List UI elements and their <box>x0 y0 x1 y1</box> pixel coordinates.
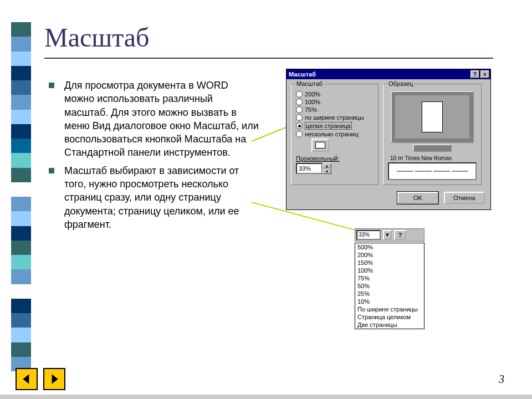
radio-100[interactable]: 100% <box>296 99 374 105</box>
zoom-option[interactable]: 10% <box>355 298 424 305</box>
radio-75[interactable]: 75% <box>296 106 374 113</box>
zoom-option[interactable]: 25% <box>355 290 424 298</box>
svg-marker-0 <box>23 374 29 384</box>
zoom-option[interactable]: 500% <box>355 243 424 251</box>
arrow-right-icon <box>48 373 60 385</box>
sample-font-label: 10 пт Times New Roman <box>390 155 477 161</box>
ok-button[interactable]: OK <box>397 192 438 204</box>
bullet-list: Для просмотра документа в WORD можно исп… <box>49 79 259 236</box>
radio-200[interactable]: 200% <box>296 91 374 98</box>
preview-monitor <box>391 91 474 152</box>
radio-multi-pages[interactable]: несколько страниц: <box>296 131 374 137</box>
spin-up-button[interactable]: ▲ <box>323 163 331 168</box>
zoom-dropdown: 33% ▼ ? 500%200%150%100%75%50%25%10%По ш… <box>355 228 424 329</box>
zoom-option[interactable]: 150% <box>355 259 424 267</box>
radio-page-width[interactable]: по ширине страницы <box>296 114 374 121</box>
svg-marker-1 <box>52 374 58 384</box>
spin-down-button[interactable]: ▼ <box>323 168 331 174</box>
zoom-option[interactable]: Страница целиком <box>355 313 424 321</box>
page-number: 3 <box>499 373 504 386</box>
zoom-field[interactable]: 33% <box>356 230 381 240</box>
zoom-option[interactable]: 200% <box>355 251 424 259</box>
zoom-dropdown-button[interactable]: ▼ <box>383 230 392 240</box>
sample-group: Образец 10 пт Times New Roman <box>383 84 482 185</box>
cancel-button[interactable]: Отмена <box>444 192 485 204</box>
group-title: Масштаб <box>295 80 324 87</box>
bullet-item: Масштаб выбирают в зависимости от того, … <box>49 164 259 231</box>
help-icon[interactable]: ? <box>394 230 406 240</box>
next-slide-button[interactable] <box>43 368 65 390</box>
help-button[interactable]: ? <box>470 70 479 78</box>
bullet-item: Для просмотра документа в WORD можно исп… <box>49 79 259 160</box>
zoom-option-list: 500%200%150%100%75%50%25%10%По ширине ст… <box>355 243 424 329</box>
sample-text-box <box>388 162 477 180</box>
title-underline <box>44 58 493 59</box>
zoom-dialog: Масштаб ? × Масштаб 200% 100% 75% по шир… <box>286 69 491 210</box>
zoom-option[interactable]: Две страницы <box>355 321 424 329</box>
custom-zoom-label: Произвольный: <box>296 155 374 162</box>
zoom-option[interactable]: 100% <box>355 267 424 274</box>
decorative-stripe <box>11 22 31 371</box>
zoom-option[interactable]: 50% <box>355 282 424 290</box>
zoom-option[interactable]: 75% <box>355 274 424 282</box>
radio-whole-page[interactable]: целая страница <box>296 122 374 130</box>
arrow-left-icon <box>21 373 33 385</box>
dialog-titlebar: Масштаб ? × <box>287 69 490 79</box>
bottom-strip <box>0 395 532 399</box>
zoom-group: Масштаб 200% 100% 75% по ширине страницы… <box>291 84 378 185</box>
close-button[interactable]: × <box>480 70 489 78</box>
page-title: Масштаб <box>44 22 150 53</box>
zoom-option[interactable]: По ширине страницы <box>355 305 424 313</box>
group-title: Образец <box>387 80 415 87</box>
custom-zoom-input[interactable]: 33% <box>296 163 323 174</box>
dialog-title: Масштаб <box>289 71 316 78</box>
prev-slide-button[interactable] <box>16 368 38 390</box>
multipage-picker-button[interactable] <box>311 139 329 152</box>
